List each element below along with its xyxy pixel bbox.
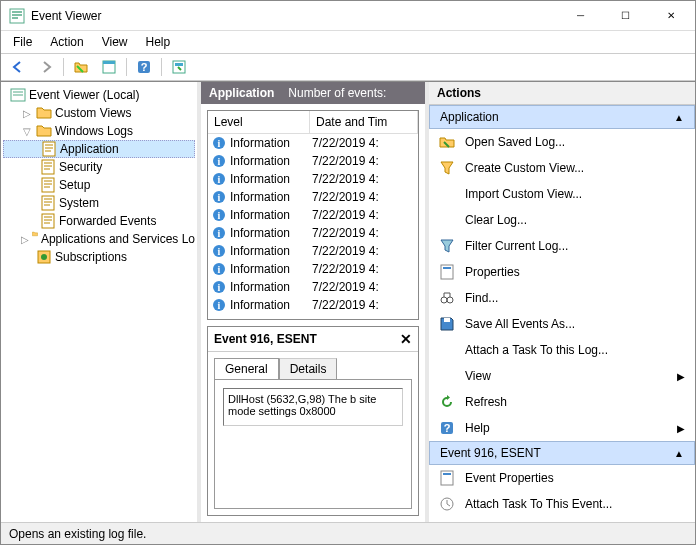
table-row[interactable]: iInformation7/22/2019 4: [208, 188, 418, 206]
action-attach-task-event[interactable]: Attach Task To This Event... [429, 491, 695, 517]
action-help[interactable]: ? Help ▶ [429, 415, 695, 441]
info-icon: i [212, 244, 226, 258]
table-body[interactable]: iInformation7/22/2019 4:iInformation7/22… [208, 134, 418, 319]
svg-point-38 [447, 297, 453, 303]
content-area: Event Viewer (Local) ▷ Custom Views ▽ Wi… [1, 81, 695, 522]
col-datetime[interactable]: Date and Tim [310, 111, 418, 133]
tree-forwarded[interactable]: Forwarded Events [3, 212, 195, 230]
action-find[interactable]: Find... [429, 285, 695, 311]
action-save-all-events[interactable]: Save All Events As... [429, 311, 695, 337]
table-row[interactable]: iInformation7/22/2019 4: [208, 224, 418, 242]
tree-application[interactable]: Application [3, 140, 195, 158]
svg-text:i: i [218, 246, 221, 257]
action-refresh[interactable]: Refresh [429, 389, 695, 415]
action-import-custom-view[interactable]: Import Custom View... [429, 181, 695, 207]
table-row[interactable]: iInformation7/22/2019 4: [208, 296, 418, 314]
table-row[interactable]: iInformation7/22/2019 4: [208, 134, 418, 152]
col-level[interactable]: Level [208, 111, 310, 133]
tab-details[interactable]: Details [279, 358, 338, 379]
toolbar-separator [161, 58, 162, 76]
info-icon: i [212, 172, 226, 186]
tree-subscriptions[interactable]: Subscriptions [3, 248, 195, 266]
event-count-label: Number of events: [288, 86, 386, 100]
tree-app-services[interactable]: ▷ Applications and Services Lo [3, 230, 195, 248]
table-row[interactable]: iInformation7/22/2019 4: [208, 170, 418, 188]
table-row[interactable]: iInformation7/22/2019 4: [208, 260, 418, 278]
table-row[interactable]: iInformation7/22/2019 4: [208, 278, 418, 296]
actions-header: Actions [429, 82, 695, 105]
action-clear-log[interactable]: Clear Log... [429, 207, 695, 233]
tree-root[interactable]: Event Viewer (Local) [3, 86, 195, 104]
svg-rect-11 [42, 196, 54, 210]
properties-icon [439, 264, 455, 280]
action-attach-task[interactable]: Attach a Task To this Log... [429, 337, 695, 363]
tree-root-label: Event Viewer (Local) [29, 88, 140, 102]
action-view[interactable]: View ▶ [429, 363, 695, 389]
actions-pane: Actions Application ▲ Open Saved Log... … [429, 82, 695, 522]
detail-scrollbar[interactable] [223, 432, 403, 448]
minimize-button[interactable]: ─ [558, 2, 603, 30]
properties-button[interactable] [168, 56, 190, 78]
detail-header: Event 916, ESENT ✕ [208, 327, 418, 352]
detail-tabs: General Details [208, 352, 418, 379]
center-pane: Application Number of events: Level Date… [201, 82, 429, 522]
svg-text:i: i [218, 174, 221, 185]
toolbar-separator [126, 58, 127, 76]
info-icon: i [212, 280, 226, 294]
svg-text:i: i [218, 138, 221, 149]
svg-text:i: i [218, 282, 221, 293]
close-button[interactable]: ✕ [648, 2, 693, 30]
action-create-custom-view[interactable]: Create Custom View... [429, 155, 695, 181]
app-icon [9, 8, 25, 24]
menu-view[interactable]: View [94, 33, 136, 51]
properties-icon [439, 470, 455, 486]
info-icon: i [212, 208, 226, 222]
detail-title: Event 916, ESENT [214, 332, 317, 346]
tree-custom-views[interactable]: ▷ Custom Views [3, 104, 195, 122]
actions-section-application[interactable]: Application ▲ [429, 105, 695, 129]
svg-rect-36 [443, 267, 451, 269]
svg-point-14 [41, 254, 47, 260]
svg-rect-43 [443, 473, 451, 475]
info-icon: i [212, 298, 226, 312]
back-button[interactable] [7, 56, 29, 78]
menu-action[interactable]: Action [42, 33, 91, 51]
table-row[interactable]: iInformation7/22/2019 4: [208, 206, 418, 224]
svg-text:?: ? [141, 61, 148, 73]
task-icon [439, 496, 455, 512]
tree-windows-logs[interactable]: ▽ Windows Logs [3, 122, 195, 140]
chevron-right-icon: ▶ [677, 371, 685, 382]
action-open-saved-log[interactable]: Open Saved Log... [429, 129, 695, 155]
pane-button[interactable] [98, 56, 120, 78]
statusbar: Opens an existing log file. [1, 522, 695, 544]
menu-file[interactable]: File [5, 33, 40, 51]
tree-system[interactable]: System [3, 194, 195, 212]
table-row[interactable]: iInformation7/22/2019 4: [208, 242, 418, 260]
menu-help[interactable]: Help [138, 33, 179, 51]
tree-security[interactable]: Security [3, 158, 195, 176]
funnel-icon [439, 160, 455, 176]
svg-text:i: i [218, 300, 221, 311]
status-text: Opens an existing log file. [9, 527, 146, 541]
svg-rect-10 [42, 178, 54, 192]
collapse-icon: ▲ [674, 448, 684, 459]
detail-close-button[interactable]: ✕ [400, 331, 412, 347]
binoculars-icon [439, 290, 455, 306]
action-properties[interactable]: Properties [429, 259, 695, 285]
tab-general[interactable]: General [214, 358, 279, 379]
maximize-button[interactable]: ☐ [603, 2, 648, 30]
svg-rect-8 [43, 142, 55, 156]
tree-setup[interactable]: Setup [3, 176, 195, 194]
actions-section-event[interactable]: Event 916, ESENT ▲ [429, 441, 695, 465]
help-button[interactable]: ? [133, 56, 155, 78]
svg-text:i: i [218, 192, 221, 203]
svg-text:i: i [218, 156, 221, 167]
action-event-properties[interactable]: Event Properties [429, 465, 695, 491]
action-filter-current-log[interactable]: Filter Current Log... [429, 233, 695, 259]
forward-button[interactable] [35, 56, 57, 78]
toolbar-separator [63, 58, 64, 76]
folder-button[interactable] [70, 56, 92, 78]
menubar: File Action View Help [1, 31, 695, 53]
window-title: Event Viewer [31, 9, 558, 23]
table-row[interactable]: iInformation7/22/2019 4: [208, 152, 418, 170]
